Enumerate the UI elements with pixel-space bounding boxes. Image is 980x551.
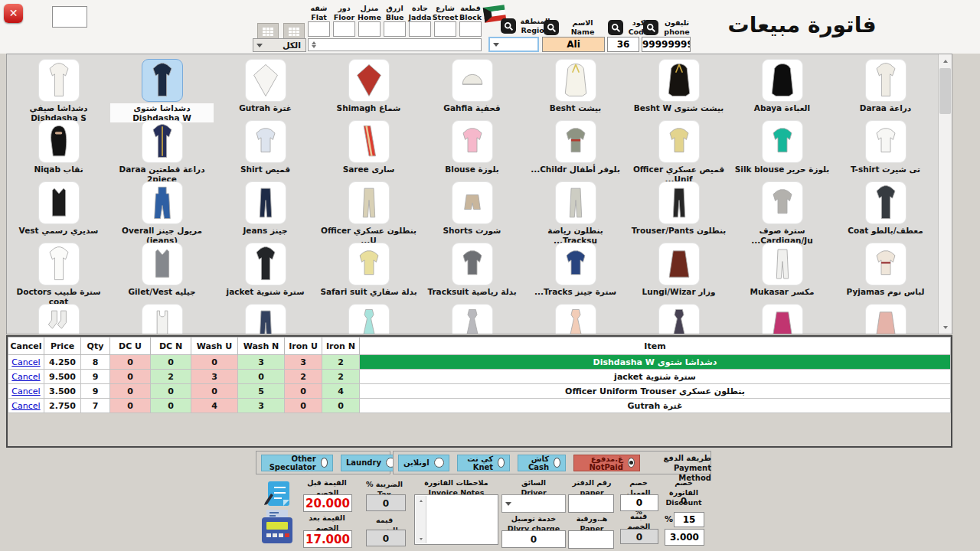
- address-field-input[interactable]: [308, 21, 330, 37]
- product-item[interactable]: معطف/بالطو Coat: [834, 181, 937, 243]
- product-item[interactable]: بيشت شتوى Besht W: [627, 59, 730, 120]
- product-item[interactable]: سارى Saree: [317, 120, 420, 181]
- name-input[interactable]: [542, 37, 605, 52]
- product-item[interactable]: سترة طبيب Doctors coat: [7, 243, 110, 304]
- product-item[interactable]: [627, 304, 730, 334]
- product-item[interactable]: سديري رسمي Vest: [7, 181, 110, 243]
- product-item[interactable]: لباس نوم Pyjamas: [834, 243, 937, 304]
- discount-pct-input[interactable]: [674, 512, 704, 527]
- product-search-input[interactable]: [308, 38, 482, 51]
- scrollbar-thumb[interactable]: [939, 68, 951, 114]
- dc-u-cell[interactable]: 0: [110, 399, 151, 413]
- price-cell[interactable]: 9.500: [44, 370, 81, 384]
- region-select[interactable]: [488, 37, 539, 52]
- dc-n-cell[interactable]: 2: [151, 370, 191, 384]
- wash-u-cell[interactable]: 4: [191, 399, 238, 413]
- product-item[interactable]: قحفية Gahfia: [420, 59, 524, 120]
- item-cell[interactable]: بنطلون عسكرى Officer Uniform Trouser: [360, 384, 951, 399]
- dc-u-cell[interactable]: 0: [110, 370, 151, 384]
- product-item[interactable]: سترة شتوية jacket: [214, 243, 317, 304]
- product-item[interactable]: قميص Shirt: [214, 120, 317, 181]
- product-item[interactable]: دراعة قطعتين Daraa 2piece: [110, 120, 214, 181]
- price-cell[interactable]: 4.250: [44, 355, 81, 370]
- product-item[interactable]: [7, 304, 110, 334]
- address-field-input[interactable]: [358, 21, 381, 37]
- product-item[interactable]: بدلة سفاري Safari suit: [317, 243, 420, 304]
- iron-u-cell[interactable]: 2: [285, 370, 322, 384]
- product-item[interactable]: [110, 304, 214, 334]
- product-item[interactable]: [524, 304, 627, 334]
- wash-u-cell[interactable]: 0: [191, 355, 238, 370]
- address-field-input[interactable]: [459, 21, 482, 37]
- category-filter-dropdown[interactable]: الكل: [253, 38, 306, 52]
- phone-input[interactable]: [642, 37, 691, 52]
- product-item[interactable]: بيشت Besht: [524, 59, 627, 120]
- payment-option[interactable]: غ.مدفوع NotPaid: [573, 455, 640, 471]
- wash-u-cell[interactable]: 3: [191, 370, 238, 384]
- product-item[interactable]: سترة صوف Cardigan/Ju...: [730, 181, 834, 243]
- product-item[interactable]: [730, 304, 834, 334]
- product-item[interactable]: [317, 304, 420, 334]
- iron-n-cell[interactable]: 0: [322, 399, 360, 413]
- product-item[interactable]: بنطلون Trouser/Pants: [627, 181, 730, 243]
- wash-u-cell[interactable]: 0: [191, 384, 238, 399]
- region-search-button[interactable]: [501, 18, 516, 34]
- dc-n-cell[interactable]: 0: [151, 384, 191, 399]
- address-field-input[interactable]: [384, 21, 406, 37]
- product-item[interactable]: نقاب Niqab: [7, 120, 110, 181]
- product-item[interactable]: غترة Gutrah: [214, 59, 317, 120]
- wash-n-cell[interactable]: 3: [238, 355, 285, 370]
- product-item[interactable]: مريول جينز Overall (jeans): [110, 181, 214, 243]
- product-item[interactable]: مكسر Mukasar: [730, 243, 834, 304]
- product-item[interactable]: شماغ Shimagh: [317, 59, 420, 120]
- price-cell[interactable]: 2.750: [44, 399, 81, 413]
- grid-view-button-1[interactable]: [257, 23, 279, 40]
- product-item[interactable]: بلوزة حرير Silk blouse: [730, 120, 834, 181]
- product-item[interactable]: جيليه Gilet/Vest: [110, 243, 214, 304]
- product-item[interactable]: دشداشا شتوى Dishdasha W: [110, 59, 214, 120]
- code-search-button[interactable]: [608, 20, 623, 35]
- dc-u-cell[interactable]: 0: [110, 384, 151, 399]
- scroll-down-button[interactable]: [416, 534, 426, 543]
- wash-n-cell[interactable]: 0: [238, 370, 285, 384]
- product-item[interactable]: وزار Lungi/Wizar: [627, 243, 730, 304]
- iron-u-cell[interactable]: 0: [285, 384, 322, 399]
- product-item[interactable]: جينز Jeans: [214, 181, 317, 243]
- cancel-link[interactable]: Cancel: [11, 372, 40, 382]
- product-item[interactable]: [214, 304, 317, 334]
- iron-u-cell[interactable]: 3: [285, 355, 322, 370]
- wash-n-cell[interactable]: 3: [238, 399, 285, 413]
- iron-n-cell[interactable]: 2: [322, 355, 360, 370]
- scroll-down-button[interactable]: [939, 321, 952, 334]
- product-item[interactable]: دراعة Daraa: [834, 59, 937, 120]
- address-field-input[interactable]: [409, 21, 431, 37]
- grid-view-button-2[interactable]: [283, 23, 305, 40]
- close-button[interactable]: ✕: [4, 4, 23, 23]
- qty-cell[interactable]: 9: [81, 384, 110, 399]
- iron-n-cell[interactable]: 2: [322, 370, 360, 384]
- invoice-notes-textarea[interactable]: [414, 494, 498, 545]
- product-scrollbar[interactable]: [938, 54, 952, 334]
- scroll-up-button[interactable]: [939, 54, 952, 67]
- paper-invoice-input[interactable]: [568, 530, 614, 549]
- cancel-link[interactable]: Cancel: [11, 386, 40, 396]
- discount-amount-input[interactable]: [665, 529, 704, 546]
- product-item[interactable]: دشداشا صيفي Dishdasha S: [7, 59, 110, 120]
- scroll-up-button[interactable]: [416, 496, 426, 505]
- product-item[interactable]: سترة جينز Tracks...: [524, 243, 627, 304]
- qty-cell[interactable]: 9: [81, 370, 110, 384]
- phone-search-button[interactable]: [643, 20, 658, 35]
- price-cell[interactable]: 3.500: [44, 384, 81, 399]
- item-cell[interactable]: غترة Gutrah: [360, 399, 951, 413]
- iron-u-cell[interactable]: 0: [285, 399, 322, 413]
- dc-n-cell[interactable]: 0: [151, 355, 191, 370]
- qty-cell[interactable]: 8: [81, 355, 110, 370]
- product-item[interactable]: [834, 304, 937, 334]
- product-item[interactable]: بنطلون رياضة Tracksu...: [524, 181, 627, 243]
- payment-option[interactable]: Other Speculator: [261, 455, 333, 471]
- customer-discount-input[interactable]: [620, 494, 658, 511]
- wash-n-cell[interactable]: 5: [238, 384, 285, 399]
- address-field-input[interactable]: [333, 21, 355, 37]
- paper-receipt-input[interactable]: [568, 494, 614, 513]
- product-item[interactable]: [420, 304, 524, 334]
